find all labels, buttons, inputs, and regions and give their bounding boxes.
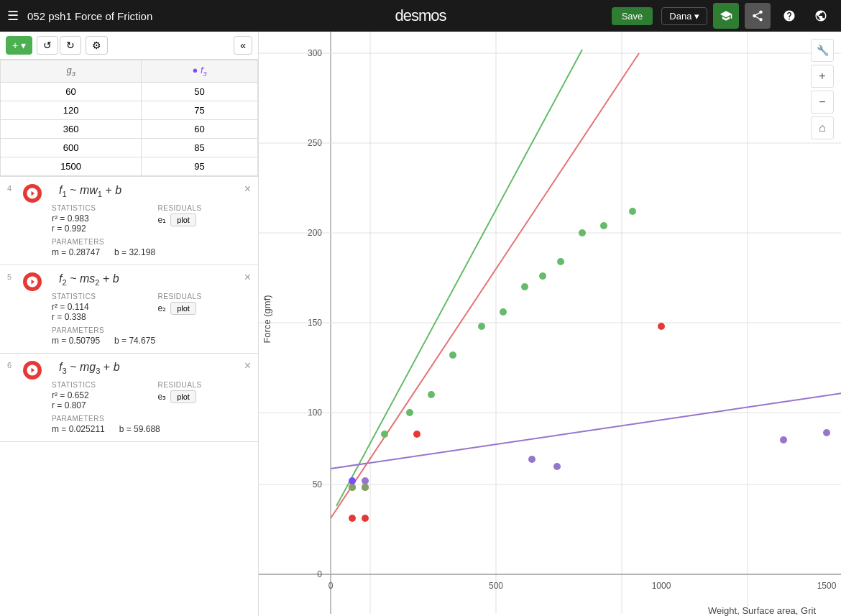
params-values-5: m = 0.50795 b = 74.675: [52, 336, 249, 346]
cell-f[interactable]: 95: [142, 157, 258, 175]
svg-text:300: 300: [308, 48, 322, 58]
svg-point-42: [449, 351, 456, 359]
residuals-row-4: e₁ plot: [158, 213, 196, 226]
cell-g[interactable]: 120: [1, 101, 142, 119]
svg-point-41: [428, 391, 435, 398]
data-table: g3 ● f3 6050120753606060085150095: [0, 60, 258, 176]
svg-point-40: [406, 409, 413, 416]
svg-point-45: [521, 283, 528, 290]
expr-5-content: f2 ~ ms2 + b STATISTICS r² = 0.114 r = 0…: [20, 272, 249, 346]
expr-6-statistics: STATISTICS r² = 0.652 r = 0.807: [52, 381, 144, 410]
cell-g[interactable]: 360: [1, 119, 142, 138]
parameters-label-5: PARAMETERS: [52, 326, 249, 334]
graph-area[interactable]: 300 250 200 150 100 50 0 0 500 1000 1500…: [259, 32, 841, 616]
r-value-5: r = 0.338: [52, 312, 144, 322]
user-menu-button[interactable]: Dana ▾: [661, 7, 707, 25]
params-values-4: m = 0.28747 b = 32.198: [52, 247, 249, 257]
right-controls: Dana ▾: [661, 3, 834, 29]
share-button[interactable]: [745, 3, 771, 29]
save-button[interactable]: Save: [612, 7, 653, 25]
r2-value-5: r² = 0.114: [52, 302, 144, 312]
svg-text:1000: 1000: [652, 581, 671, 591]
svg-point-49: [600, 222, 607, 229]
residuals-row-5: e₂ plot: [158, 302, 196, 315]
table-row: 150095: [1, 157, 258, 175]
param-b-6: b = 59.688: [119, 424, 160, 434]
residuals-label-6: RESIDUALS: [158, 381, 202, 389]
svg-point-56: [780, 436, 787, 443]
undo-button[interactable]: ↺: [37, 36, 58, 55]
r2-value-4: r² = 0.983: [52, 213, 144, 224]
home-button[interactable]: ⌂: [811, 116, 834, 139]
svg-point-35: [362, 515, 369, 522]
settings-button[interactable]: ⚙: [86, 36, 108, 55]
expr-5-stats-row: STATISTICS r² = 0.114 r = 0.338 RESIDUAL…: [52, 293, 249, 322]
svg-text:0: 0: [317, 569, 322, 579]
close-expr-5-button[interactable]: ×: [244, 271, 251, 284]
table-row: 36060: [1, 119, 258, 138]
statistics-label-4: STATISTICS: [52, 204, 144, 212]
residuals-row-6: e₃ plot: [158, 390, 196, 403]
plot-residuals-5-button[interactable]: plot: [170, 302, 196, 315]
expr-4-stats-row: STATISTICS r² = 0.983 r = 0.992 RESIDUAL…: [52, 204, 249, 234]
table-body: 6050120753606060085150095: [1, 82, 258, 175]
svg-text:Force (gmf): Force (gmf): [262, 295, 272, 343]
redo-button[interactable]: ↻: [60, 36, 81, 55]
expr-number-6: 6: [0, 361, 12, 369]
hamburger-menu[interactable]: ☰: [7, 8, 19, 24]
param-m-4: m = 0.28747: [52, 247, 100, 257]
cell-g[interactable]: 60: [1, 82, 142, 101]
svg-text:100: 100: [308, 408, 322, 418]
params-values-6: m = 0.025211 b = 59.688: [52, 424, 249, 434]
expr-6-formula: f3 ~ mg3 + b: [59, 361, 249, 375]
param-b-5: b = 74.675: [114, 336, 155, 346]
table-row: 6050: [1, 82, 258, 101]
sidebar: + ▾ ↺ ↻ ⚙ « g3 ● f3: [0, 32, 259, 616]
expr-6-content: f3 ~ mg3 + b STATISTICS r² = 0.652 r = 0…: [20, 361, 249, 434]
data-table-wrapper: g3 ● f3 6050120753606060085150095: [0, 60, 258, 176]
cell-f[interactable]: 60: [142, 119, 258, 138]
data-table-section: g3 ● f3 6050120753606060085150095: [0, 60, 258, 177]
globe-button[interactable]: [808, 3, 834, 29]
param-b-4: b = 32.198: [114, 247, 155, 257]
cell-g[interactable]: 1500: [1, 157, 142, 175]
svg-point-38: [362, 484, 369, 491]
main-layout: + ▾ ↺ ↻ ⚙ « g3 ● f3: [0, 32, 841, 616]
expression-6: 6 × f3 ~ mg3 + b STATISTICS r² = 0.652 r…: [0, 354, 258, 442]
plot-residuals-4-button[interactable]: plot: [170, 213, 196, 226]
cell-f[interactable]: 50: [142, 82, 258, 101]
svg-text:50: 50: [313, 479, 323, 489]
help-button[interactable]: [776, 3, 802, 29]
close-expr-4-button[interactable]: ×: [244, 183, 251, 196]
residuals-var-5: e₂: [158, 303, 167, 313]
zoom-out-button[interactable]: −: [811, 91, 834, 114]
cell-f[interactable]: 85: [142, 138, 258, 157]
cell-f[interactable]: 75: [142, 101, 258, 119]
svg-point-34: [349, 515, 356, 522]
graph-wrench-button[interactable]: 🔧: [811, 39, 834, 62]
parameters-label-6: PARAMETERS: [52, 415, 249, 423]
expr-6-residuals: RESIDUALS e₃ plot: [158, 381, 250, 410]
svg-point-47: [557, 258, 564, 265]
residuals-var-6: e₃: [158, 392, 167, 402]
zoom-in-button[interactable]: +: [811, 65, 834, 88]
graph-controls: 🔧 + − ⌂: [811, 39, 834, 139]
svg-point-44: [500, 308, 507, 316]
svg-text:1500: 1500: [817, 581, 837, 591]
expression-5: 5 × f2 ~ ms2 + b STATISTICS r² = 0.114 r…: [0, 265, 258, 354]
residuals-var-4: e₁: [158, 215, 167, 225]
plot-residuals-6-button[interactable]: plot: [170, 390, 196, 403]
svg-point-48: [579, 229, 586, 236]
close-expr-6-button[interactable]: ×: [244, 359, 251, 372]
collapse-sidebar-button[interactable]: «: [234, 36, 252, 55]
residuals-label-5: RESIDUALS: [158, 293, 202, 300]
graph-svg: 300 250 200 150 100 50 0 0 500 1000 1500…: [259, 32, 841, 616]
add-expression-button[interactable]: + ▾: [6, 36, 32, 55]
svg-point-46: [539, 272, 546, 280]
expr-number-5: 5: [0, 272, 12, 281]
svg-point-43: [478, 323, 485, 330]
classroom-button[interactable]: [713, 3, 739, 29]
svg-text:0: 0: [328, 581, 334, 591]
statistics-label-5: STATISTICS: [52, 293, 144, 300]
cell-g[interactable]: 600: [1, 138, 142, 157]
